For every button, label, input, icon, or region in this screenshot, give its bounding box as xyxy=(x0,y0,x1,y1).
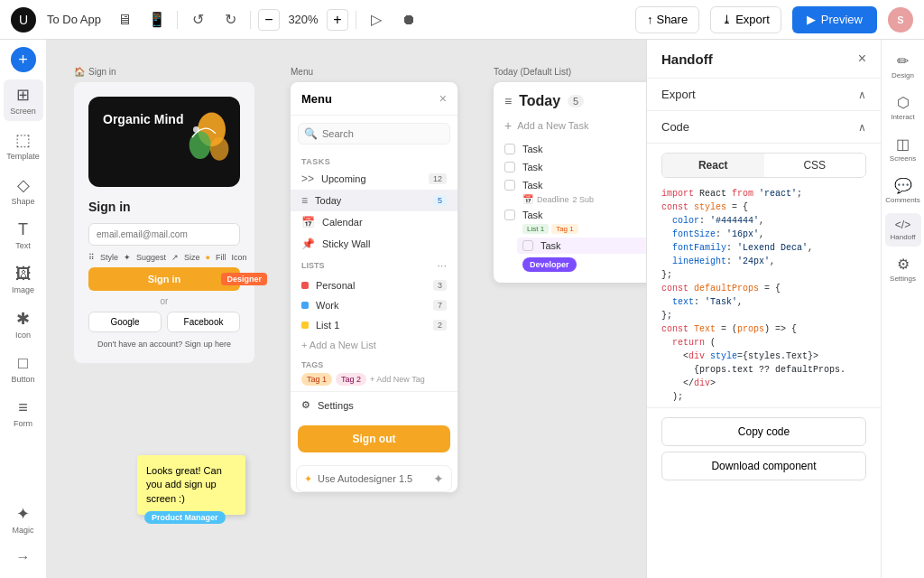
record-icon[interactable]: ⏺ xyxy=(396,7,421,33)
menu-item-calendar[interactable]: 📅 Calendar xyxy=(291,211,457,233)
sidebar-item-text[interactable]: T Text xyxy=(4,215,43,256)
task-item: Task xyxy=(504,158,646,176)
task-tags: List 1 Tag 1 xyxy=(522,224,646,234)
today-count: 5 xyxy=(568,95,584,107)
task-checkbox[interactable] xyxy=(504,162,515,172)
canvas[interactable]: 🏠 Sign in Organic Mind xyxy=(47,40,646,578)
rail-item-interact[interactable]: ⬡ Interact xyxy=(885,89,921,126)
css-tab[interactable]: CSS xyxy=(764,154,866,177)
organic-title: Organic Mind xyxy=(103,111,183,127)
fill-label[interactable]: Fill xyxy=(216,253,226,262)
user-avatar[interactable]: S xyxy=(888,7,913,33)
add-screen-button[interactable]: + xyxy=(11,47,36,72)
icon-label[interactable]: Icon xyxy=(232,253,247,262)
sidebar-item-button[interactable]: □ Button xyxy=(4,349,43,389)
style-label[interactable]: Style xyxy=(100,253,118,262)
handoff-close-button[interactable]: × xyxy=(858,51,866,67)
sidebar-item-magic[interactable]: ✦ Magic xyxy=(4,499,43,540)
code-section-header[interactable]: Code ∧ xyxy=(661,120,866,134)
tablet-icon[interactable]: 📱 xyxy=(144,7,170,33)
size-label[interactable]: Size xyxy=(184,253,200,262)
menu-frame: Menu Menu × 🔍 TASKS >> Upcoming xyxy=(291,67,457,498)
task-tag[interactable]: List 1 xyxy=(522,224,549,234)
rail-item-settings[interactable]: ⚙ Settings xyxy=(885,250,921,288)
suggest-label[interactable]: Suggest xyxy=(136,253,166,262)
sidebar-item-template[interactable]: ⬚ Template xyxy=(4,125,43,166)
svg-point-2 xyxy=(210,137,229,161)
frame-container: 🏠 Sign in Organic Mind xyxy=(74,67,646,498)
spark-icon: ✦ xyxy=(304,473,312,485)
zoom-out-button[interactable]: − xyxy=(258,9,280,31)
tags-label: TAGS xyxy=(301,360,447,369)
menu-item-today[interactable]: ≡ Today 5 xyxy=(291,190,457,211)
menu-item-settings[interactable]: ⚙ Settings xyxy=(291,391,457,418)
menu-item-personal[interactable]: Personal 3 xyxy=(291,275,457,295)
monitor-icon[interactable]: 🖥 xyxy=(112,7,137,33)
menu-item-sticky-wall[interactable]: 📌 Sticky Wall xyxy=(291,233,457,255)
rail-item-handoff[interactable]: </> Handoff xyxy=(885,213,921,247)
social-buttons: Google Facebook xyxy=(88,312,240,332)
interact-icon: ⬡ xyxy=(897,94,910,111)
search-input[interactable] xyxy=(298,123,450,144)
signout-button[interactable]: Sign out xyxy=(298,425,450,452)
play-icon[interactable]: ▷ xyxy=(364,7,389,33)
handoff-header: Handoff × xyxy=(647,40,881,79)
calendar-label: Calendar xyxy=(322,217,363,228)
text-icon: T xyxy=(18,220,28,239)
list1-count: 2 xyxy=(433,320,447,331)
code-chevron-icon: ∧ xyxy=(858,121,866,134)
task-checkbox[interactable] xyxy=(522,240,533,251)
autodesigner-arrow: ✦ xyxy=(433,471,444,486)
lists-more-icon[interactable]: ··· xyxy=(437,258,447,272)
menu-item-work[interactable]: Work 7 xyxy=(291,295,457,315)
rail-item-comments[interactable]: 💬 Comments xyxy=(885,172,921,210)
menu-item-upcoming[interactable]: >> Upcoming 12 xyxy=(291,168,457,190)
task-label: Task xyxy=(541,240,561,251)
add-tag-button[interactable]: + Add New Tag xyxy=(370,375,425,384)
lists-header: LISTS ··· xyxy=(291,255,457,275)
share-button[interactable]: ↑ Share xyxy=(635,6,699,33)
sidebar-item-icon[interactable]: ✱ Icon xyxy=(4,303,43,345)
sidebar-item-image[interactable]: 🖼 Image xyxy=(4,259,43,300)
upcoming-count: 12 xyxy=(429,173,447,184)
toolbar-strip: ⠿ Style ✦ Suggest ↗ Size ● Fill Icon xyxy=(88,253,240,262)
collapse-arrow[interactable]: → xyxy=(11,544,36,571)
sidebar-item-screen[interactable]: ⊞ Screen xyxy=(4,79,43,121)
react-tab[interactable]: React xyxy=(662,154,764,177)
signin-frame: 🏠 Sign in Organic Mind xyxy=(74,67,254,498)
signup-link[interactable]: Don't have an account? Sign up here xyxy=(88,340,240,349)
tag-2[interactable]: Tag 2 xyxy=(336,373,366,386)
sidebar-item-shape[interactable]: ◇ Shape xyxy=(4,170,43,211)
redo-icon[interactable]: ↻ xyxy=(217,7,243,33)
tag-1[interactable]: Tag 1 xyxy=(301,373,332,386)
task-checkbox[interactable] xyxy=(504,210,515,220)
task-checkbox[interactable] xyxy=(504,144,515,154)
sidebar-item-form[interactable]: ≡ Form xyxy=(4,393,43,434)
email-input[interactable] xyxy=(88,223,240,246)
download-component-button[interactable]: Download component xyxy=(661,452,866,480)
code-section: Code ∧ xyxy=(647,111,881,144)
zoom-in-button[interactable]: + xyxy=(327,9,348,31)
preview-button[interactable]: ▶ Preview xyxy=(792,6,877,33)
google-button[interactable]: Google xyxy=(88,312,162,332)
signin-button[interactable]: Sign in xyxy=(88,267,240,291)
rail-item-design[interactable]: ✏ Design xyxy=(885,47,921,85)
export-section-header[interactable]: Export ∧ xyxy=(661,88,866,101)
autodesigner-bar[interactable]: ✦ Use Autodesigner 1.5 ✦ xyxy=(296,465,452,492)
magic-icon: ✦ xyxy=(16,504,30,524)
undo-icon[interactable]: ↺ xyxy=(185,7,210,33)
topbar-left-icons: 🖥 📱 ↺ ↻ − 320% + ▷ ⏺ xyxy=(112,7,421,33)
menu-close-button[interactable]: × xyxy=(439,91,447,106)
rail-item-screens[interactable]: ◫ Screens xyxy=(885,130,921,168)
add-list-button[interactable]: + Add a New List xyxy=(291,335,457,355)
organic-decoration xyxy=(177,106,231,169)
copy-code-button[interactable]: Copy code xyxy=(661,417,866,446)
task-checkbox[interactable] xyxy=(504,180,515,191)
task-tag[interactable]: Tag 1 xyxy=(551,224,578,234)
export-button[interactable]: ⤓ Export xyxy=(710,6,781,33)
today-menu-icon: ≡ xyxy=(504,94,512,108)
menu-item-list1[interactable]: List 1 2 xyxy=(291,315,457,335)
tags-section: TAGS Tag 1 Tag 2 + Add New Tag xyxy=(291,355,457,391)
facebook-button[interactable]: Facebook xyxy=(167,312,240,332)
add-task-row[interactable]: + Add a New Task xyxy=(504,118,646,133)
